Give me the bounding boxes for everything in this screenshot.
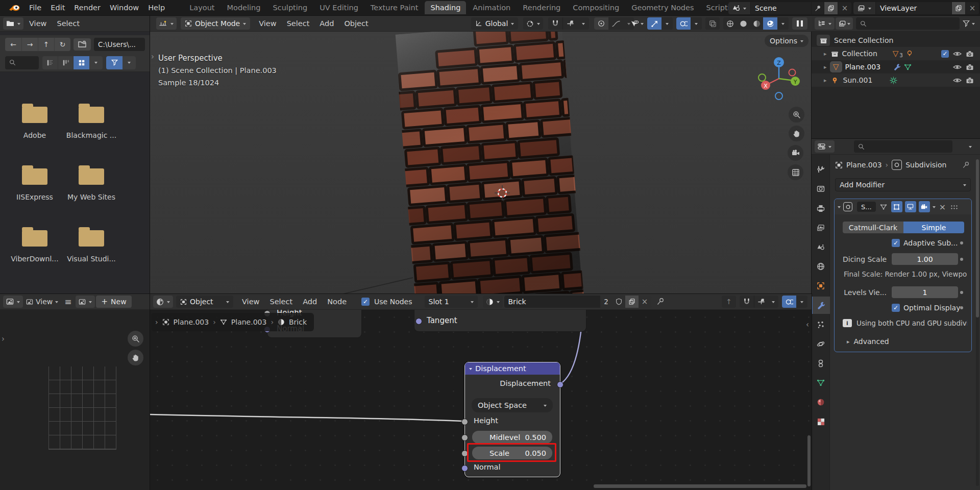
menu-window[interactable]: Window bbox=[105, 4, 143, 12]
properties-type-dropdown[interactable] bbox=[815, 140, 835, 153]
image-editor-canvas[interactable]: › bbox=[0, 310, 150, 490]
realtime-toggle-icon[interactable] bbox=[905, 201, 916, 212]
vertical-list-icon[interactable] bbox=[42, 56, 58, 69]
viewport-menu-add[interactable]: Add bbox=[315, 19, 338, 28]
animate-dot[interactable] bbox=[960, 306, 963, 309]
pin-icon[interactable] bbox=[962, 161, 970, 169]
tab-object-data-icon[interactable] bbox=[812, 374, 830, 391]
outliner-type-dropdown[interactable] bbox=[815, 17, 835, 30]
viewport-menu-object[interactable]: Object bbox=[339, 19, 373, 28]
disable-render-camera-icon[interactable] bbox=[966, 51, 974, 57]
tab-texture-paint[interactable]: Texture Paint bbox=[365, 1, 424, 14]
on-cage-toggle-icon[interactable] bbox=[891, 201, 902, 212]
properties-options-dropdown[interactable] bbox=[969, 146, 972, 150]
snap-icon[interactable] bbox=[548, 17, 562, 30]
shader-menu-add[interactable]: Add bbox=[298, 298, 322, 306]
snap-icon[interactable] bbox=[740, 296, 754, 308]
pin-icon[interactable] bbox=[656, 298, 665, 306]
node-editor-hscrollbar[interactable] bbox=[594, 484, 806, 488]
viewport-menu-view[interactable]: View bbox=[254, 19, 281, 28]
menu-render[interactable]: Render bbox=[69, 4, 105, 12]
scene-name-field[interactable]: Scene bbox=[751, 2, 811, 14]
sidebar-expand-icon[interactable]: › bbox=[2, 334, 5, 344]
tab-material-icon[interactable] bbox=[812, 394, 830, 411]
tab-object-icon[interactable] bbox=[812, 277, 830, 295]
shader-menu-node[interactable]: Node bbox=[323, 298, 351, 306]
edit-mode-display-icon[interactable] bbox=[878, 204, 889, 210]
animate-dot[interactable] bbox=[960, 291, 963, 294]
filter-icon[interactable] bbox=[106, 56, 122, 69]
new-folder-icon[interactable] bbox=[74, 38, 91, 51]
expand-icon[interactable]: ▸ bbox=[824, 64, 827, 70]
parent-dir-icon[interactable]: ↑ bbox=[38, 38, 54, 51]
menu-edit[interactable]: Edit bbox=[46, 4, 69, 12]
shader-menu-select[interactable]: Select bbox=[265, 298, 297, 306]
tab-uv-editing[interactable]: UV Editing bbox=[314, 1, 364, 14]
material-name-field[interactable]: Brick bbox=[504, 296, 600, 308]
xray-toggle-icon[interactable] bbox=[705, 17, 720, 30]
brick-wall-object[interactable] bbox=[395, 32, 585, 294]
object-icon[interactable] bbox=[835, 161, 843, 169]
tab-modeling[interactable]: Modeling bbox=[222, 1, 266, 14]
image-view-menu[interactable]: View bbox=[24, 298, 60, 306]
disable-render-camera-icon[interactable] bbox=[966, 77, 974, 84]
levels-viewport-field[interactable]: 1 bbox=[892, 286, 958, 298]
menu-file[interactable]: File bbox=[24, 4, 46, 12]
orthographic-toggle-icon[interactable] bbox=[788, 164, 803, 180]
go-parent-node-tree-icon[interactable]: ↑ bbox=[722, 296, 736, 308]
expand-icon[interactable]: ▸ bbox=[824, 51, 827, 57]
tab-modifiers-icon[interactable] bbox=[812, 297, 830, 314]
tab-geometry-nodes[interactable]: Geometry Nodes bbox=[626, 1, 699, 14]
new-image-button[interactable]: + New bbox=[96, 296, 131, 308]
shading-solid-icon[interactable] bbox=[737, 17, 750, 30]
tab-rendering[interactable]: Rendering bbox=[517, 1, 566, 14]
file-menu-select[interactable]: Select bbox=[52, 19, 84, 28]
tab-world-icon[interactable] bbox=[812, 258, 830, 275]
displacement-node-header[interactable]: Displacement bbox=[465, 362, 560, 375]
image-editor-type-dropdown[interactable] bbox=[3, 296, 23, 308]
advanced-section-toggle[interactable]: ▸ Advanced bbox=[847, 337, 967, 346]
modifier-extras-dropdown[interactable] bbox=[933, 206, 936, 210]
expand-icon[interactable]: ▸ bbox=[824, 77, 827, 84]
properties-search-input[interactable] bbox=[854, 140, 952, 153]
sidebar-collapse-icon[interactable]: ‹ bbox=[806, 320, 809, 329]
blender-logo-icon[interactable] bbox=[8, 3, 20, 12]
outliner-row-collection[interactable]: ▸ Collection ▽ 3 ✓ bbox=[812, 47, 980, 60]
pan-tool-icon[interactable] bbox=[128, 350, 143, 365]
breadcrumb-object[interactable]: Plane.003 bbox=[846, 161, 882, 169]
back-icon[interactable]: ← bbox=[5, 38, 21, 51]
tab-scene-icon[interactable] bbox=[812, 238, 830, 256]
snap-target-icon[interactable] bbox=[754, 296, 768, 308]
node-canvas[interactable]: Height Normal Tangent › Plane.003 › Plan… bbox=[150, 310, 812, 490]
tab-particles-icon[interactable] bbox=[812, 316, 830, 333]
zoom-tool-icon[interactable] bbox=[128, 331, 143, 347]
overlays-dropdown[interactable] bbox=[691, 17, 702, 30]
mode-dropdown[interactable]: Object Mode bbox=[181, 17, 250, 30]
outliner-filter-dropdown[interactable] bbox=[963, 20, 977, 27]
simple-button[interactable]: Simple bbox=[903, 222, 964, 233]
disable-render-camera-icon[interactable] bbox=[966, 64, 974, 70]
proportional-falloff-icon[interactable] bbox=[608, 17, 624, 30]
folder-item[interactable]: Adobe bbox=[9, 103, 60, 139]
snap-dropdown[interactable] bbox=[768, 296, 778, 308]
proportional-edit-icon[interactable] bbox=[594, 17, 608, 30]
file-browser-type-dropdown[interactable] bbox=[3, 17, 23, 30]
shading-rendered-icon[interactable] bbox=[763, 17, 777, 30]
dicing-scale-field[interactable]: 1.00 bbox=[892, 253, 958, 265]
slot-dropdown[interactable]: Slot 1 bbox=[425, 296, 478, 308]
thumbnail-view-icon[interactable] bbox=[73, 56, 89, 69]
copy-material-icon[interactable] bbox=[625, 296, 639, 308]
outliner-search-input[interactable] bbox=[856, 17, 960, 30]
menus-collapsed-icon[interactable]: ≡ bbox=[61, 297, 75, 307]
collection-checkbox[interactable]: ✓ bbox=[941, 50, 949, 58]
adaptive-subdivision-checkbox[interactable]: ✓ bbox=[892, 239, 900, 247]
forward-icon[interactable]: → bbox=[21, 38, 38, 51]
copy-scene-icon[interactable] bbox=[824, 2, 838, 14]
material-browse-dropdown[interactable] bbox=[483, 296, 503, 308]
outliner-row-sun[interactable]: ▸ Sun.001 bbox=[812, 74, 980, 87]
breadcrumb-modifier[interactable]: Subdivision bbox=[905, 161, 946, 169]
animate-dot[interactable] bbox=[960, 241, 963, 244]
overlays-toggle-icon[interactable] bbox=[676, 17, 691, 30]
image-datablock-dropdown[interactable] bbox=[76, 296, 95, 308]
properties-scrollbar[interactable] bbox=[976, 159, 979, 486]
